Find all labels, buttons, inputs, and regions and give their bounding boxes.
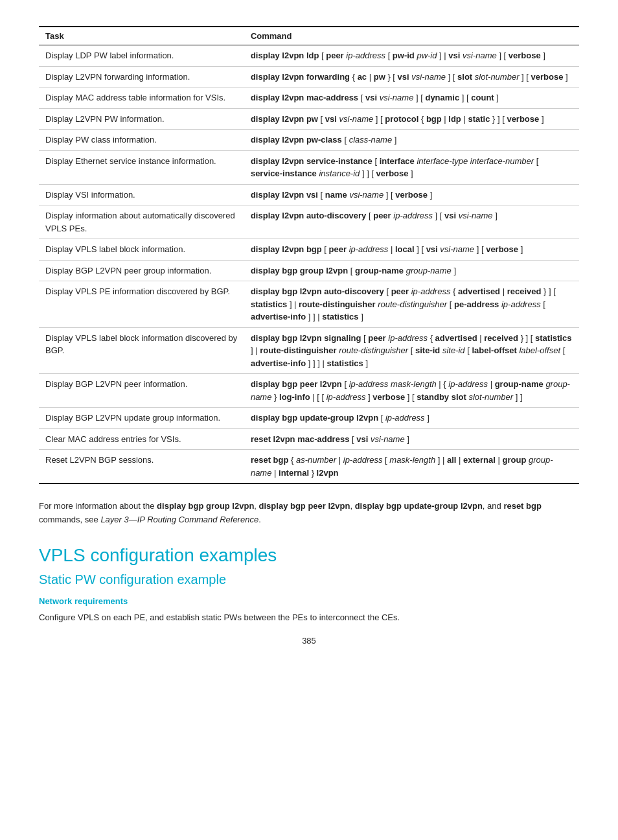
note-text-before: For more information about the — [39, 501, 157, 511]
table-row-command: display bgp l2vpn auto-discovery [ peer … — [244, 281, 579, 328]
table-row-task: Display L2VPN PW information. — [39, 108, 244, 130]
table-row-task: Display L2VPN forwarding information. — [39, 66, 244, 88]
table-row-task: Display VSI information. — [39, 184, 244, 205]
table-row-task: Display MAC address table information fo… — [39, 88, 244, 109]
note-text-mid3: , and — [483, 501, 504, 511]
table-row-task: Display LDP PW label information. — [39, 45, 244, 67]
table-row-command: display bgp l2vpn signaling [ peer ip-ad… — [244, 327, 579, 374]
note-paragraph: For more information about the display b… — [39, 500, 579, 527]
table-row-task: Clear MAC address entries for VSIs. — [39, 428, 244, 450]
table-row-command: display bgp update-group l2vpn [ ip-addr… — [244, 408, 579, 429]
command-table: Task Command Display LDP PW label inform… — [39, 26, 579, 484]
task-header: Task — [39, 27, 244, 45]
subsection-title: Static PW configuration example — [39, 572, 579, 587]
note-cmd4: reset bgp — [503, 501, 542, 511]
table-row-task: Reset L2VPN BGP sessions. — [39, 450, 244, 484]
note-text-after: commands, see — [39, 515, 100, 524]
note-cmd1: display bgp group l2vpn — [157, 501, 254, 511]
note-cmd2: display bgp peer l2vpn — [259, 501, 350, 511]
table-row-command: display l2vpn bgp [ peer ip-address | lo… — [244, 239, 579, 261]
table-row-task: Display VPLS label block information dis… — [39, 327, 244, 374]
table-row-command: display l2vpn pw-class [ class-name ] — [244, 130, 579, 151]
body-text: Configure VPLS on each PE, and establish… — [39, 611, 579, 625]
table-row-command: display l2vpn ldp [ peer ip-address [ pw… — [244, 45, 579, 67]
table-row-task: Display VPLS PE information discovered b… — [39, 281, 244, 328]
command-header: Command — [244, 27, 579, 45]
table-row-command: display bgp group l2vpn [ group-name gro… — [244, 260, 579, 281]
table-row-task: Display information about automatically … — [39, 205, 244, 239]
note-cmd3: display bgp update-group l2vpn — [355, 501, 483, 511]
section-title: VPLS configuration examples — [39, 545, 579, 566]
table-row-task: Display BGP L2VPN update group informati… — [39, 408, 244, 429]
table-row-command: display l2vpn mac-address [ vsi vsi-name… — [244, 88, 579, 109]
table-row-command: display l2vpn forwarding { ac | pw } [ v… — [244, 66, 579, 88]
table-row-task: Display PW class information. — [39, 130, 244, 151]
page-number: 385 — [39, 636, 579, 646]
table-row-task: Display VPLS label block information. — [39, 239, 244, 261]
table-row-command: display l2vpn auto-discovery [ peer ip-a… — [244, 205, 579, 239]
table-row-command: display l2vpn vsi [ name vsi-name ] [ ve… — [244, 184, 579, 205]
table-row-task: Display BGP L2VPN peer group information… — [39, 260, 244, 281]
table-row-command: reset bgp { as-number | ip-address [ mas… — [244, 450, 579, 484]
table-row-task: Display Ethernet service instance inform… — [39, 150, 244, 184]
note-text-end: . — [258, 515, 261, 524]
subsubsection-title: Network requirements — [39, 596, 579, 606]
table-row-command: display l2vpn service-instance [ interfa… — [244, 150, 579, 184]
table-row-task: Display BGP L2VPN peer information. — [39, 374, 244, 408]
table-row-command: display bgp peer l2vpn [ ip-address mask… — [244, 374, 579, 408]
note-text-mid1: , — [254, 501, 258, 511]
note-reference: Layer 3—IP Routing Command Reference — [100, 515, 258, 524]
table-row-command: reset l2vpn mac-address [ vsi vsi-name ] — [244, 428, 579, 450]
note-text-mid2: , — [350, 501, 354, 511]
table-row-command: display l2vpn pw [ vsi vsi-name ] [ prot… — [244, 108, 579, 130]
